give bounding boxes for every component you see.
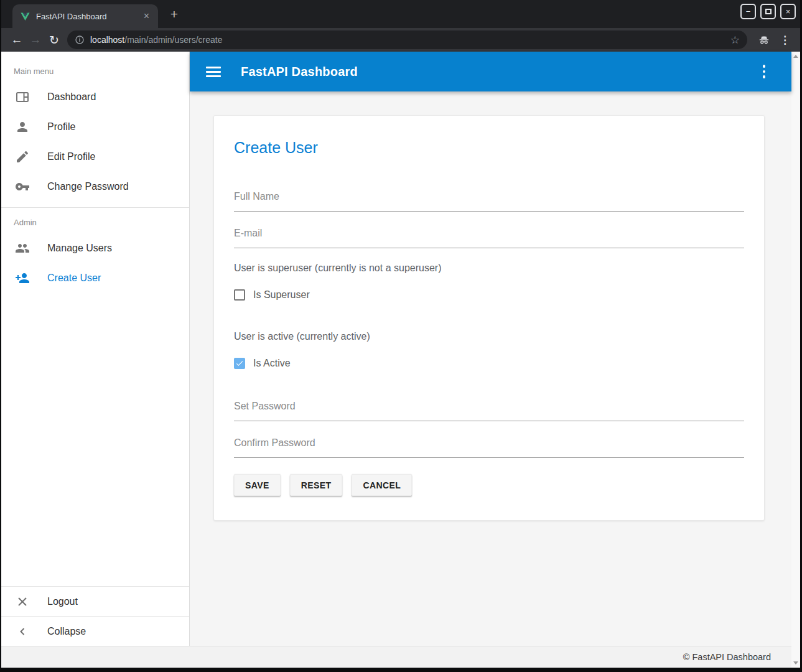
sidebar-item-change-password[interactable]: Change Password [1, 172, 189, 202]
sidebar-item-logout[interactable]: Logout [1, 586, 189, 616]
group-icon [15, 241, 30, 256]
sidebar-item-label: Profile [47, 121, 75, 133]
scroll-up-icon[interactable] [793, 55, 798, 58]
bookmark-star-icon[interactable]: ☆ [730, 34, 740, 47]
page-footer: © FastAPI Dashboard [1, 646, 791, 668]
person-add-icon [15, 271, 30, 286]
confirm-password-field-wrap [234, 437, 744, 458]
reset-button[interactable]: RESET [290, 474, 343, 496]
dashboard-icon [15, 90, 30, 105]
tab-close-icon[interactable]: × [141, 11, 152, 22]
window-maximize-button[interactable] [760, 4, 776, 19]
page-info-icon[interactable] [75, 35, 85, 45]
sidebar-item-label: Edit Profile [47, 151, 95, 162]
person-icon [15, 119, 30, 134]
maximize-icon [765, 9, 772, 14]
browser-window: FastAPI Dashboard × + − × ← → ↻ localhos… [1, 0, 800, 668]
copyright-text: © FastAPI Dashboard [683, 652, 771, 662]
close-x-icon [15, 594, 30, 609]
full-name-input[interactable] [234, 191, 744, 212]
forward-icon[interactable]: → [26, 33, 45, 47]
save-button[interactable]: SAVE [234, 474, 281, 496]
url-host: localhost [90, 35, 124, 45]
is-active-checkbox[interactable] [234, 358, 245, 369]
sidebar-item-create-user[interactable]: Create User [1, 263, 189, 293]
check-icon [235, 358, 244, 368]
window-minimize-button[interactable]: − [740, 4, 756, 19]
sidebar-item-label: Logout [47, 596, 78, 607]
sidebar-item-collapse[interactable]: Collapse [1, 616, 189, 646]
hamburger-menu-icon[interactable] [206, 67, 221, 77]
full-name-field-wrap [234, 191, 744, 212]
chevron-left-icon [15, 624, 30, 639]
pencil-icon [15, 149, 30, 164]
app-title: FastAPI Dashboard [241, 65, 358, 79]
confirm-password-input[interactable] [234, 437, 744, 458]
sidebar-item-label: Manage Users [47, 243, 112, 254]
set-password-field-wrap [234, 401, 744, 421]
sidebar-item-edit-profile[interactable]: Edit Profile [1, 142, 189, 172]
cancel-button[interactable]: CANCEL [352, 474, 412, 496]
key-icon [15, 179, 30, 194]
reload-icon[interactable]: ↻ [45, 33, 63, 47]
sidebar-item-label: Change Password [47, 181, 129, 192]
sidebar-item-dashboard[interactable]: Dashboard [1, 82, 189, 112]
vue-favicon-icon [20, 11, 30, 22]
url-path: /main/admin/users/create [124, 35, 222, 45]
incognito-icon [758, 34, 770, 46]
sidebar-item-label: Create User [47, 273, 101, 284]
sidebar: Main menu Dashboard Profile [1, 52, 190, 646]
sidebar-item-profile[interactable]: Profile [1, 112, 189, 142]
active-note: User is active (currently active) [234, 331, 744, 342]
new-tab-button[interactable]: + [166, 7, 183, 21]
browser-tab[interactable]: FastAPI Dashboard × [12, 4, 158, 28]
main-area: FastAPI Dashboard Create User [190, 52, 791, 646]
is-superuser-checkbox[interactable] [234, 289, 245, 301]
set-password-input[interactable] [234, 401, 744, 421]
email-input[interactable] [234, 228, 744, 248]
browser-toolbar: ← → ↻ localhost/main/admin/users/create … [1, 28, 800, 52]
address-bar[interactable]: localhost/main/admin/users/create ☆ [67, 30, 747, 49]
form-buttons: SAVE RESET CANCEL [234, 474, 744, 496]
sidebar-section-admin: Admin [1, 208, 189, 233]
sidebar-item-label: Dashboard [47, 91, 96, 103]
is-superuser-label: Is Superuser [253, 289, 310, 301]
page-content: Create User User is superuser (currently… [190, 91, 791, 646]
page-title: Create User [234, 138, 744, 157]
page-scrollbar[interactable] [791, 52, 800, 668]
sidebar-section-main: Main menu [1, 52, 189, 82]
sidebar-item-manage-users[interactable]: Manage Users [1, 233, 189, 263]
back-icon[interactable]: ← [7, 33, 26, 47]
email-field-wrap [234, 228, 744, 248]
app-bar: FastAPI Dashboard [190, 52, 791, 91]
scroll-down-icon[interactable] [793, 661, 798, 665]
tab-title: FastAPI Dashboard [36, 12, 141, 21]
window-close-button[interactable]: × [780, 4, 796, 19]
appbar-overflow-menu-icon[interactable] [763, 65, 766, 78]
tab-strip: FastAPI Dashboard × + − × [1, 0, 800, 28]
superuser-note: User is superuser (currently is not a su… [234, 263, 744, 274]
is-active-checkbox-row[interactable]: Is Active [234, 358, 744, 369]
is-superuser-checkbox-row[interactable]: Is Superuser [234, 289, 744, 301]
create-user-card: Create User User is superuser (currently… [213, 115, 765, 521]
sidebar-item-label: Collapse [47, 626, 86, 637]
browser-menu-icon[interactable]: ⋮ [780, 34, 790, 47]
is-active-label: Is Active [253, 358, 291, 369]
